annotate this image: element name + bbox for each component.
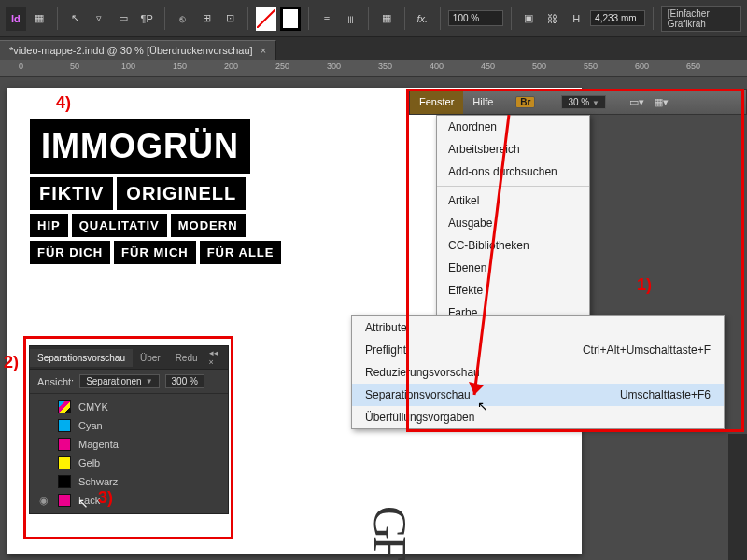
zoom-field[interactable]: 30 % ▼ <box>561 95 606 109</box>
swatch-label: Gelb <box>78 457 218 469</box>
anchor-2-icon[interactable]: ⊞ <box>196 7 217 31</box>
logo-word: MODERN <box>171 214 246 237</box>
ruler-tick: 200 <box>224 62 238 71</box>
menu-item-cc-bibliotheken[interactable]: CC-Bibliotheken <box>437 234 589 257</box>
logo-word: QUALITATIV <box>72 214 167 237</box>
distribute-icon[interactable]: ⫼ <box>341 7 361 31</box>
ruler-tick: 100 <box>121 62 135 71</box>
menu-item-artikel[interactable]: Artikel <box>437 189 589 212</box>
panel-tabs: Separationsvorschau Über Redu ◂◂ × <box>30 346 228 370</box>
swatch-row-cyan[interactable]: Cyan <box>30 416 228 435</box>
divider <box>164 7 165 30</box>
document-tab[interactable]: *video-mappe-2.indd @ 30 % [Überdruckenv… <box>0 40 276 60</box>
divider <box>440 7 441 30</box>
ansicht-row: Ansicht: Separationen▼ 300 % <box>30 370 228 394</box>
stroke-black-icon[interactable] <box>280 7 301 31</box>
swatch-row-lack[interactable]: ◉Lack <box>30 491 228 510</box>
horizontal-ruler: 050100150200250300350400450500550600650 <box>0 60 747 77</box>
ruler-tick: 250 <box>275 62 289 71</box>
ruler-tick: 600 <box>635 62 649 71</box>
ruler-tick: 500 <box>532 62 546 71</box>
ansicht-dropdown[interactable]: Separationen▼ <box>79 374 159 388</box>
indesign-icon[interactable]: Id <box>6 7 26 31</box>
menu-item-arbeitsbereich[interactable]: Arbeitsbereich <box>437 138 589 161</box>
paragraph-icon[interactable]: ¶P <box>136 7 157 31</box>
wrap-icon[interactable]: ▣ <box>518 7 539 31</box>
ruler-tick: 650 <box>686 62 700 71</box>
swatch-color-gelb <box>58 456 71 469</box>
submenu-item-preflight[interactable]: PreflightCtrl+Alt+Umschalttaste+F <box>352 339 724 361</box>
divider <box>404 7 405 30</box>
page-tool-icon[interactable]: ▭ <box>113 7 134 31</box>
visibility-eye-icon[interactable]: ◉ <box>39 495 50 507</box>
divider <box>57 7 58 30</box>
anno-number-2: 2) <box>4 353 19 372</box>
swatch-color-cmyk <box>58 400 71 413</box>
bridge-mini-icon[interactable]: ▦ <box>30 7 50 31</box>
align-icon[interactable]: ≡ <box>317 7 337 31</box>
anchor-1-icon[interactable]: ⎋ <box>173 7 193 31</box>
ruler-tick: 450 <box>481 62 495 71</box>
close-icon[interactable]: × <box>261 45 266 56</box>
submenu-item-separationsvorschau[interactable]: SeparationsvorschauUmschalttaste+F6 <box>352 384 724 406</box>
swatch-row-schwarz[interactable]: Schwarz <box>30 472 228 491</box>
divider <box>368 7 369 30</box>
ansicht-percent[interactable]: 300 % <box>165 374 204 388</box>
fenster-dropdown: AnordnenArbeitsbereichAdd-ons durchsuche… <box>436 115 590 325</box>
fx-icon[interactable]: fx. <box>413 7 433 31</box>
zoom-value: 30 % <box>568 97 589 107</box>
fill-none-icon[interactable] <box>256 7 276 31</box>
panel-collapse-icon[interactable]: ◂◂ × <box>205 346 228 369</box>
bridge-badge[interactable]: Br <box>515 96 535 108</box>
ausgabe-submenu: AttributePreflightCtrl+Alt+Umschalttaste… <box>351 315 725 429</box>
submenu-label: Separationsvorschau <box>365 388 471 401</box>
arrange-docs-icon[interactable]: ▦▾ <box>649 90 673 114</box>
submenu-label: Reduzierungsvorschau <box>365 366 480 379</box>
measurement-field[interactable]: 4,233 mm <box>590 10 645 26</box>
percent-field[interactable]: 100 % <box>448 10 503 26</box>
swatch-row-magenta[interactable]: Magenta <box>30 435 228 454</box>
menu-item-effekte[interactable]: Effekte <box>437 279 589 301</box>
logo-word: FÜR MICH <box>114 241 196 264</box>
grid-icon[interactable]: ▦ <box>376 7 397 31</box>
graphic-frame-label[interactable]: [Einfacher Grafikrah <box>661 6 741 32</box>
submenu-item-überfüllungsvorgaben[interactable]: Überfüllungsvorgaben <box>352 406 724 428</box>
menu-hilfe[interactable]: Hilfe <box>463 90 502 114</box>
divider <box>511 7 512 30</box>
anchor-3-icon[interactable]: ⊡ <box>220 7 241 31</box>
ansicht-pct-value: 300 % <box>172 376 198 386</box>
menu-item-add-ons-durchsuchen[interactable]: Add-ons durchsuchen <box>437 161 589 183</box>
swatch-color-schwarz <box>58 475 71 488</box>
logo-word: FÜR ALLE <box>200 241 282 264</box>
chevron-down-icon: ▼ <box>146 377 153 385</box>
swatch-row-gelb[interactable]: Gelb <box>30 454 228 472</box>
logo-main: IMMOGRÜN <box>30 119 250 174</box>
submenu-item-attribute[interactable]: Attribute <box>352 316 724 339</box>
ruler-tick: 350 <box>378 62 392 71</box>
menu-item-anordnen[interactable]: Anordnen <box>437 116 589 138</box>
pointer-icon[interactable]: ↖ <box>65 7 86 31</box>
divider <box>247 7 248 30</box>
tab-redu[interactable]: Redu <box>168 349 205 367</box>
menu-fenster[interactable]: Fenster <box>410 90 463 114</box>
tab-separationsvorschau[interactable]: Separationsvorschau <box>30 349 133 367</box>
document-title: *video-mappe-2.indd @ 30 % [Überdruckenv… <box>9 45 253 56</box>
swatch-label: CMYK <box>78 401 218 413</box>
screen-mode-icon[interactable]: ▭▾ <box>625 90 649 114</box>
tab-ueber[interactable]: Über <box>133 349 168 367</box>
submenu-item-reduzierungsvorschau[interactable]: Reduzierungsvorschau <box>352 361 724 384</box>
swatch-color-magenta <box>58 438 71 451</box>
menu-bar: Fenster Hilfe Br 30 % ▼ ▭▾ ▦▾ <box>409 89 747 115</box>
submenu-label: Preflight <box>365 343 406 357</box>
svg-line-0 <box>257 9 275 28</box>
divider <box>653 7 654 30</box>
menu-item-ebenen[interactable]: Ebenen <box>437 257 589 279</box>
link-icon[interactable]: ⛓ <box>543 7 563 31</box>
swatch-row-cmyk[interactable]: CMYK <box>30 398 228 416</box>
anno-number-1: 1) <box>637 275 652 295</box>
logo-word: ORIGINELL <box>117 177 246 210</box>
ruler-tick: 550 <box>584 62 598 71</box>
menu-item-ausgabe[interactable]: Ausgabe <box>437 212 589 234</box>
direct-select-icon[interactable]: ▿ <box>89 7 109 31</box>
logo-block: IMMOGRÜN FIKTIVORIGINELL HIPQUALITATIVMO… <box>28 118 283 266</box>
